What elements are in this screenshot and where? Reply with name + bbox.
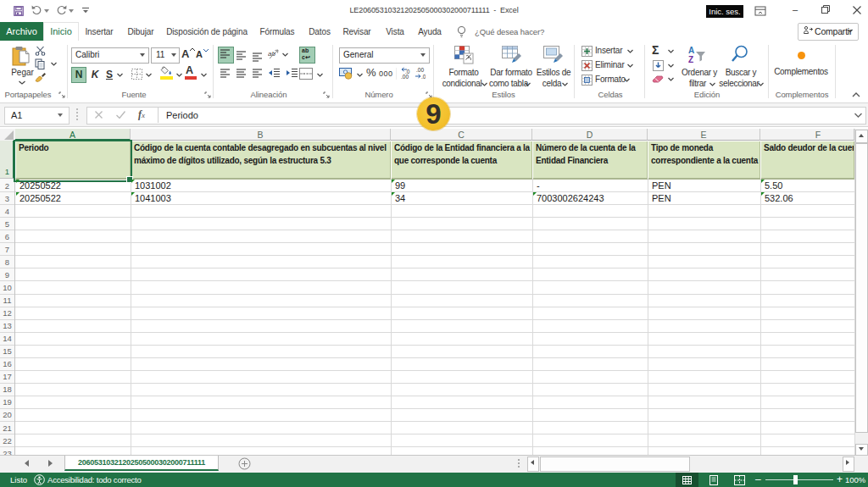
svg-text:.00: .00 <box>416 67 424 73</box>
svg-text:A: A <box>688 46 694 55</box>
svg-text:.0: .0 <box>421 74 426 80</box>
svg-text:.00: .00 <box>401 74 409 80</box>
svg-text:Z: Z <box>688 55 693 64</box>
